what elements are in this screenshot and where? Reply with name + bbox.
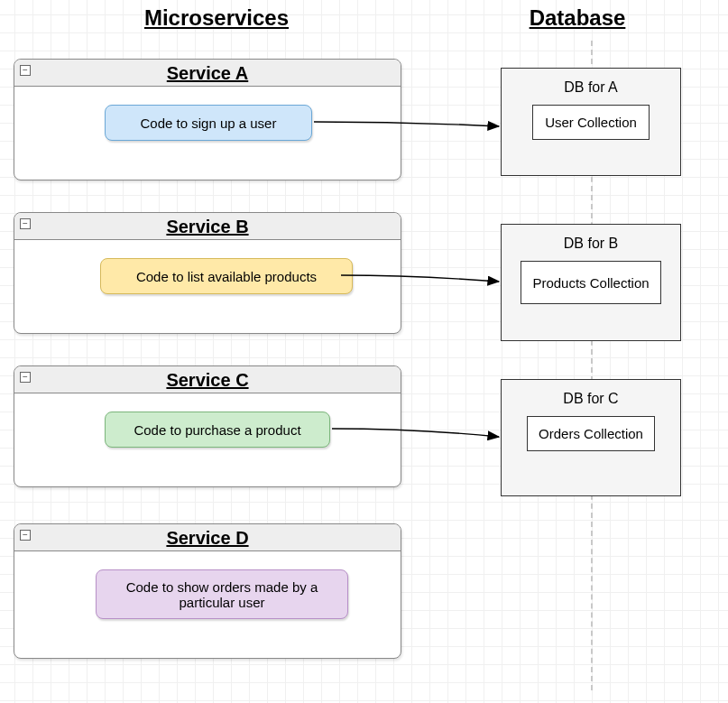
service-c-title: Service C	[14, 366, 401, 393]
service-d-code[interactable]: Code to show orders made by a particular…	[96, 569, 348, 619]
service-c-box[interactable]: − Service C Code to purchase a product	[14, 365, 401, 487]
service-c-code[interactable]: Code to purchase a product	[105, 412, 330, 448]
collapse-icon[interactable]: −	[20, 218, 31, 229]
db-a-collection[interactable]: User Collection	[532, 105, 650, 140]
db-b-box[interactable]: DB for B Products Collection	[501, 224, 681, 341]
db-c-box[interactable]: DB for C Orders Collection	[501, 379, 681, 496]
service-b-title: Service B	[14, 213, 401, 240]
service-a-header: − Service A	[14, 60, 401, 87]
service-b-header: − Service B	[14, 213, 401, 240]
service-c-header: − Service C	[14, 366, 401, 393]
db-a-title: DB for A	[564, 79, 618, 96]
heading-database: Database	[487, 5, 668, 31]
service-b-box[interactable]: − Service B Code to list available produ…	[14, 212, 401, 334]
service-a-title: Service A	[14, 60, 401, 87]
service-d-header: − Service D	[14, 524, 401, 551]
service-a-code[interactable]: Code to sign up a user	[105, 105, 312, 141]
collapse-icon[interactable]: −	[20, 372, 31, 383]
db-a-box[interactable]: DB for A User Collection	[501, 68, 681, 176]
db-c-collection[interactable]: Orders Collection	[527, 416, 655, 451]
db-b-collection[interactable]: Products Collection	[521, 261, 660, 304]
db-c-title: DB for C	[563, 391, 618, 407]
heading-microservices: Microservices	[108, 5, 325, 31]
db-b-title: DB for B	[564, 236, 618, 252]
collapse-icon[interactable]: −	[20, 530, 31, 541]
service-d-box[interactable]: − Service D Code to show orders made by …	[14, 523, 401, 659]
service-b-code[interactable]: Code to list available products	[100, 258, 353, 294]
collapse-icon[interactable]: −	[20, 65, 31, 76]
service-a-box[interactable]: − Service A Code to sign up a user	[14, 59, 401, 180]
service-d-title: Service D	[14, 524, 401, 551]
